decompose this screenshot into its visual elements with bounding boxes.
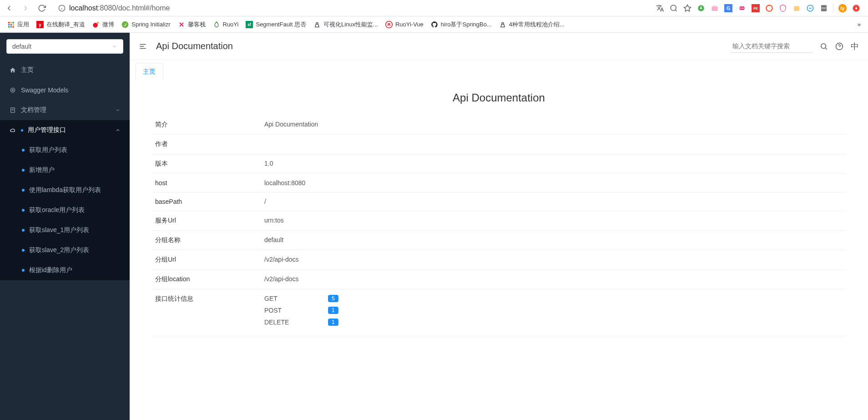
group-select[interactable]: default xyxy=(6,39,123,54)
bookmark-segmentfault[interactable]: sf SegmentFault 思否 xyxy=(246,20,306,29)
bookmark-ruoyi[interactable]: RuoYi xyxy=(213,21,239,28)
menu-label: 用户管理接口 xyxy=(28,126,66,134)
submenu-delete-user[interactable]: 根据id删除用户 xyxy=(0,260,130,280)
svg-point-50 xyxy=(821,44,826,49)
info-value: urn:tos xyxy=(261,211,846,231)
xinkezhan-icon xyxy=(178,21,185,28)
submenu-get-users[interactable]: 获取用户列表 xyxy=(0,140,130,160)
submenu-oracle-users[interactable]: 获取oracle用户列表 xyxy=(0,200,130,220)
bookmark-spring[interactable]: Spring Initializr xyxy=(121,21,170,28)
ext-dev-icon[interactable] xyxy=(806,4,815,13)
url-bar[interactable]: localhost:8080/doc.html#/home xyxy=(53,2,650,14)
select-value: default xyxy=(12,43,31,50)
info-value: Api Documentation xyxy=(261,115,846,135)
zoom-icon[interactable] xyxy=(669,4,678,13)
info-value xyxy=(261,135,846,154)
svg-text:y: y xyxy=(39,22,41,27)
bookmark-label: 在线翻译_有道 xyxy=(46,20,85,29)
bookmark-hiro[interactable]: hiro基于SpringBo... xyxy=(431,20,492,29)
bookmark-xinkezhan[interactable]: 馨客栈 xyxy=(178,20,206,29)
dot-icon xyxy=(22,229,25,232)
topbar-actions: 中 xyxy=(731,40,859,53)
dot-icon xyxy=(22,249,25,252)
menu-label: 文档管理 xyxy=(21,106,46,114)
menu-doc-manage[interactable]: 文档管理 xyxy=(0,100,130,120)
info-value: 1.0 xyxy=(261,154,846,174)
sidebar-menu: 主页 Swagger Models 文档管理 用户管理接口 获取用户列表 新增用… xyxy=(0,60,130,420)
svg-rect-7 xyxy=(712,6,718,11)
back-button[interactable] xyxy=(4,3,15,14)
svg-rect-25 xyxy=(8,24,10,25)
bookmark-label: RuoYi-Vue xyxy=(395,21,424,28)
info-key: 分组location xyxy=(151,270,261,289)
ext-pdf-icon[interactable]: PDF xyxy=(819,4,828,13)
profile-avatar[interactable]: ly xyxy=(838,4,847,13)
submenu-lambda-users[interactable]: 使用lambda获取用户列表 xyxy=(0,180,130,200)
bookmarks-bar: 应用 y 在线翻译_有道 微博 Spring Initializr 馨客栈 Ru… xyxy=(0,16,868,33)
url-text: localhost:8080/doc.html#/home xyxy=(69,4,170,12)
search-icon[interactable] xyxy=(820,42,828,51)
ext-box-icon[interactable] xyxy=(792,4,801,13)
info-value: /v2/api-docs xyxy=(261,250,846,270)
submenu-label: 使用lambda获取用户列表 xyxy=(29,186,101,194)
reload-button[interactable] xyxy=(36,3,47,14)
svg-line-8 xyxy=(713,5,714,6)
tab-row: 主页 xyxy=(130,60,868,81)
svg-rect-27 xyxy=(12,24,14,25)
toggle-sidebar-button[interactable] xyxy=(139,42,147,51)
svg-text:ly: ly xyxy=(840,5,844,11)
info-key: basePath xyxy=(151,192,261,211)
ext-infinity-icon[interactable] xyxy=(737,4,747,13)
bookmark-ruoyi-vue[interactable]: R RuoYi-Vue xyxy=(385,21,424,28)
table-row: hostlocalhost:8080 xyxy=(151,174,846,192)
page-title: Api Documentation xyxy=(156,41,233,51)
info-icon xyxy=(58,5,66,12)
translate-icon[interactable] xyxy=(656,4,665,13)
dot-icon xyxy=(22,189,25,192)
svg-point-41 xyxy=(502,22,504,24)
forward-button[interactable] xyxy=(20,3,31,14)
menu-swagger-models[interactable]: Swagger Models xyxy=(0,80,130,100)
ext-red-icon[interactable] xyxy=(852,4,861,13)
table-row: 分组location/v2/api-docs xyxy=(151,270,846,289)
linux-icon xyxy=(313,21,321,28)
submenu-add-user[interactable]: 新增用户 xyxy=(0,160,130,180)
ext-gtranslate-icon[interactable]: G xyxy=(724,4,733,13)
stat-method: DELETE xyxy=(264,319,292,326)
menu-user-api[interactable]: 用户管理接口 xyxy=(0,120,130,140)
submenu-slave2-users[interactable]: 获取slave_2用户列表 xyxy=(0,240,130,260)
tab-home[interactable]: 主页 xyxy=(135,63,163,81)
bookmark-linux[interactable]: 可视化Linux性能监... xyxy=(313,20,378,29)
chevron-up-icon xyxy=(115,127,121,133)
bookmark-label: RuoYi xyxy=(223,21,239,28)
svg-rect-22 xyxy=(8,22,10,23)
sidebar: default 主页 Swagger Models 文档管理 用户管理接口 xyxy=(0,33,130,420)
submenu-slave1-users[interactable]: 获取slave_1用户列表 xyxy=(0,220,130,240)
submenu-label: 获取slave_2用户列表 xyxy=(29,246,89,254)
stats-cell: GET5 POST1 DELETE1 xyxy=(261,289,846,336)
main-content: Api Documentation 中 主页 Api Documentation… xyxy=(130,33,868,420)
bookmark-apps[interactable]: 应用 xyxy=(7,20,29,29)
lang-toggle[interactable]: 中 xyxy=(851,41,859,52)
ext-fe-icon[interactable]: FE xyxy=(751,4,760,13)
help-icon[interactable] xyxy=(835,42,843,51)
bookmark-youdao[interactable]: y 在线翻译_有道 xyxy=(36,20,85,29)
info-key: 分组Url xyxy=(151,250,261,270)
ext-circle-icon[interactable] xyxy=(765,4,774,13)
bookmark-threadpool[interactable]: 4种常用线程池介绍... xyxy=(499,20,565,29)
menu-home[interactable]: 主页 xyxy=(0,60,130,80)
segmentfault-icon: sf xyxy=(246,21,253,28)
ext-idm-icon[interactable] xyxy=(696,4,706,13)
bookmark-overflow[interactable]: » xyxy=(858,21,861,28)
stat-method: GET xyxy=(264,295,292,302)
table-row: 分组名称default xyxy=(151,231,846,250)
bookmark-weibo[interactable]: 微博 xyxy=(92,20,114,29)
ext-bilibili-icon[interactable] xyxy=(710,4,719,13)
search-input[interactable] xyxy=(731,40,812,53)
bookmark-label: 应用 xyxy=(17,20,29,29)
browser-actions: G FE PDF ly xyxy=(656,4,864,13)
star-icon[interactable] xyxy=(683,4,692,13)
svg-line-51 xyxy=(825,48,827,49)
info-table: 简介Api Documentation 作者 版本1.0 hostlocalho… xyxy=(151,115,846,336)
ext-shield-icon[interactable] xyxy=(778,4,787,13)
